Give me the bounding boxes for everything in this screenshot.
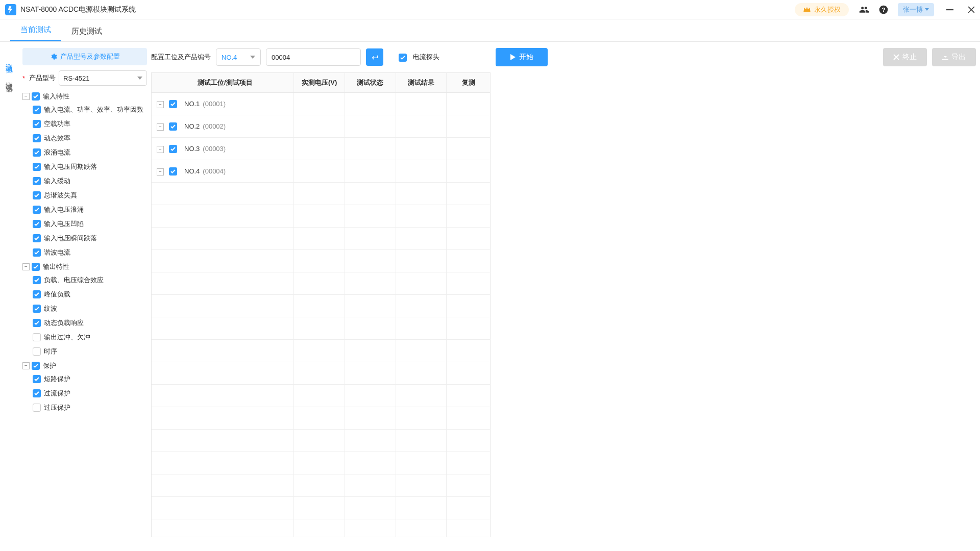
empty-row: [152, 385, 490, 407]
tree-item: 动态负载响应: [33, 318, 147, 328]
tree-item: 负载、电压综合效应: [33, 276, 147, 285]
product-config-button[interactable]: 产品型号及参数配置: [22, 48, 147, 65]
tree-checkbox[interactable]: [33, 389, 41, 397]
table-row[interactable]: − NO.4 (00004): [152, 160, 490, 183]
tree-item-label: 负载、电压综合效应: [44, 276, 104, 285]
collapse-icon[interactable]: −: [22, 263, 30, 270]
station-code: (00001): [203, 100, 226, 108]
current-probe-checkbox[interactable]: [399, 54, 407, 62]
results-table: 测试工位/测试项目 实测电压(V) 测试状态 测试结果 复测 − NO.1 (0…: [151, 72, 491, 537]
collapse-icon[interactable]: −: [22, 362, 30, 369]
expand-icon[interactable]: −: [157, 168, 164, 176]
expand-icon[interactable]: −: [157, 146, 164, 153]
tree-item: 动态效率: [33, 134, 147, 143]
tree-checkbox[interactable]: [169, 167, 177, 176]
app-icon: [5, 4, 16, 15]
tree-checkbox[interactable]: [33, 191, 41, 199]
tree-group-label: 输入特性: [43, 92, 69, 101]
tree-checkbox[interactable]: [33, 276, 41, 284]
config-panel: 产品型号及参数配置 * 产品型号 RS-4521 − 输入特性 输入电流、功率、…: [18, 42, 151, 551]
tree-item: 输出过冲、欠冲: [33, 333, 147, 342]
tree-checkbox[interactable]: [32, 263, 40, 271]
tree-checkbox[interactable]: [32, 362, 40, 370]
col-result: 测试结果: [396, 73, 447, 92]
tree-checkbox[interactable]: [169, 100, 177, 108]
product-select[interactable]: RS-4521: [59, 70, 147, 86]
user-name: 张一博: [903, 5, 923, 14]
tree-checkbox[interactable]: [33, 305, 41, 313]
tree-item: 谐波电流: [33, 248, 147, 257]
tree-checkbox[interactable]: [33, 234, 41, 242]
tree-item-label: 输入电压凹陷: [44, 219, 84, 229]
tree-checkbox[interactable]: [33, 333, 41, 341]
side-tab-instruments[interactable]: 测试仪器: [3, 69, 16, 88]
close-button[interactable]: [968, 6, 975, 13]
product-value: RS-4521: [63, 74, 89, 82]
svg-text:?: ?: [881, 6, 885, 13]
config-station-label: 配置工位及产品编号: [151, 53, 211, 62]
export-button: 导出: [932, 48, 976, 66]
empty-row: [152, 430, 490, 452]
user-badge[interactable]: 张一博: [898, 3, 934, 16]
tree-checkbox[interactable]: [33, 347, 41, 356]
empty-row: [152, 452, 490, 474]
expand-icon[interactable]: −: [157, 123, 164, 131]
tree-checkbox[interactable]: [33, 290, 41, 298]
window-title: NSAT-8000 ACDC电源模块测试系统: [20, 5, 136, 14]
expand-icon[interactable]: −: [157, 101, 164, 108]
tree-checkbox[interactable]: [33, 248, 41, 257]
tree-checkbox[interactable]: [33, 319, 41, 327]
collapse-icon[interactable]: −: [22, 93, 30, 100]
empty-row: [152, 183, 490, 205]
tree-checkbox[interactable]: [33, 206, 41, 214]
start-label: 开始: [519, 53, 533, 62]
tree-checkbox[interactable]: [169, 145, 177, 153]
license-badge[interactable]: 永久授权: [795, 3, 849, 16]
station-code: (00003): [203, 145, 226, 153]
tree-item: 短路保护: [33, 374, 147, 384]
tree-checkbox[interactable]: [33, 106, 41, 114]
product-code-input[interactable]: [266, 48, 361, 66]
table-body: − NO.1 (00001) − NO.2 (00002) − NO.3 (00…: [152, 93, 490, 537]
start-button[interactable]: 开始: [496, 48, 548, 66]
nav-tabs: 当前测试 历史测试: [0, 19, 980, 42]
stop-label: 终止: [902, 53, 917, 62]
tree-checkbox[interactable]: [33, 375, 41, 383]
tree-checkbox[interactable]: [33, 134, 41, 142]
license-text: 永久授权: [814, 5, 841, 14]
config-button-label: 产品型号及参数配置: [60, 52, 120, 61]
tree-checkbox[interactable]: [33, 220, 41, 228]
tree-checkbox[interactable]: [33, 148, 41, 157]
minimize-button[interactable]: [946, 6, 953, 13]
table-row[interactable]: − NO.2 (00002): [152, 115, 490, 138]
tree-checkbox[interactable]: [32, 92, 40, 101]
help-icon[interactable]: ?: [878, 5, 889, 15]
tree-item-label: 输入电流、功率、效率、功率因数: [44, 105, 143, 114]
tree-item-label: 峰值负载: [44, 290, 70, 299]
table-row[interactable]: − NO.1 (00001): [152, 93, 490, 115]
tab-current-test[interactable]: 当前测试: [10, 25, 61, 41]
tree-item: 总谐波失真: [33, 191, 147, 200]
tree-checkbox[interactable]: [33, 177, 41, 185]
side-tab-test-items[interactable]: 测试项目: [3, 51, 16, 69]
tree-item: 空载功率: [33, 119, 147, 129]
station-no: NO.1: [184, 100, 200, 108]
tree-checkbox[interactable]: [33, 404, 41, 412]
enter-button[interactable]: [366, 48, 383, 66]
tab-history-test[interactable]: 历史测试: [61, 27, 112, 41]
tree-checkbox[interactable]: [33, 120, 41, 128]
users-icon[interactable]: [859, 5, 869, 15]
station-select[interactable]: NO.4: [216, 48, 261, 66]
empty-row: [152, 317, 490, 340]
test-item-tree: − 输入特性 输入电流、功率、效率、功率因数空载功率动态效率浪涌电流输入电压周期…: [22, 92, 147, 412]
tree-checkbox[interactable]: [169, 122, 177, 131]
empty-row: [152, 407, 490, 430]
station-code: (00004): [203, 167, 226, 175]
col-status: 测试状态: [345, 73, 396, 92]
tree-item: 过压保护: [33, 403, 147, 412]
tree-item: 时序: [33, 347, 147, 356]
tree-group-label: 保护: [43, 361, 56, 370]
table-row[interactable]: − NO.3 (00003): [152, 138, 490, 160]
tree-checkbox[interactable]: [33, 163, 41, 171]
tree-item-label: 动态效率: [44, 134, 70, 143]
